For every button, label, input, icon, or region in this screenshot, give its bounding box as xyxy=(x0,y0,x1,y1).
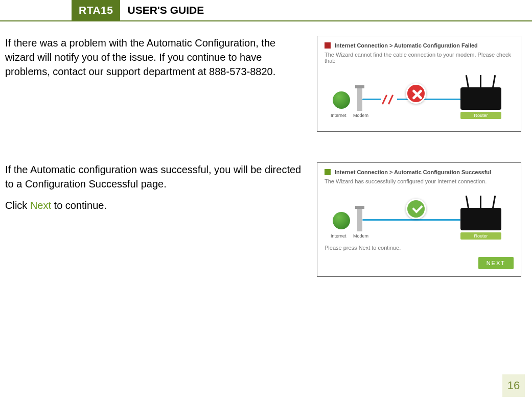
diagram-failed: Router Internet Modem xyxy=(327,73,512,119)
error-x-icon xyxy=(406,83,426,104)
diagram-success: Router Internet Modem xyxy=(327,194,512,240)
status-square-red xyxy=(325,42,331,49)
section-failed: If there was a problem with the Automati… xyxy=(5,36,522,132)
status-square-green xyxy=(325,169,331,175)
section-success-body1: If the Automatic configuration was succe… xyxy=(5,162,308,191)
page-header: RTA15 USER'S GUIDE xyxy=(0,0,532,21)
panel-success-header: Internet Connection > Automatic Configur… xyxy=(325,169,514,175)
panel-failed-title: Internet Connection > Automatic Configur… xyxy=(335,42,478,49)
panel-success-title: Internet Connection > Automatic Configur… xyxy=(335,169,491,175)
modem-icon xyxy=(357,88,362,111)
screenshot-success: Internet Connection > Automatic Configur… xyxy=(317,162,521,277)
section-failed-text: If there was a problem with the Automati… xyxy=(5,36,317,86)
internet-label: Internet xyxy=(331,233,346,239)
modem-icon xyxy=(357,209,362,231)
screenshot-failed: Internet Connection > Automatic Configur… xyxy=(317,36,521,132)
next-button[interactable]: NEXT xyxy=(478,257,514,269)
router-label: Router xyxy=(460,232,501,240)
router-label: Router xyxy=(460,112,501,119)
router-icon xyxy=(460,87,501,110)
globe-icon xyxy=(333,91,350,109)
section-success-body2: Click Next to continue. xyxy=(5,198,308,212)
section-success: If the Automatic configuration was succe… xyxy=(5,162,522,277)
modem-label: Modem xyxy=(353,233,368,239)
modem-label: Modem xyxy=(353,113,368,118)
internet-label: Internet xyxy=(331,113,346,118)
page-number: 16 xyxy=(502,374,525,397)
cable-line xyxy=(362,219,460,221)
section-failed-body: If there was a problem with the Automati… xyxy=(5,36,308,79)
panel-failed-subtitle: The Wizard cannot find the cable connect… xyxy=(325,52,514,64)
panel-failed-header: Internet Connection > Automatic Configur… xyxy=(325,42,514,49)
section-success-text: If the Automatic configuration was succe… xyxy=(5,162,317,220)
header-product-tag: RTA15 xyxy=(72,0,120,20)
body2-pre: Click xyxy=(5,200,30,211)
panel-success-subtitle: The Wizard has successfully configured y… xyxy=(325,178,514,184)
next-link-text: Next xyxy=(30,200,51,211)
page-content: If there was a problem with the Automati… xyxy=(0,36,532,277)
success-check-icon xyxy=(406,199,426,219)
panel-success-footer: Please press Next to continue. xyxy=(325,245,514,251)
globe-icon xyxy=(333,212,350,229)
body2-post: to continue. xyxy=(51,200,107,211)
header-title: USER'S GUIDE xyxy=(120,0,204,20)
router-icon xyxy=(460,208,501,230)
